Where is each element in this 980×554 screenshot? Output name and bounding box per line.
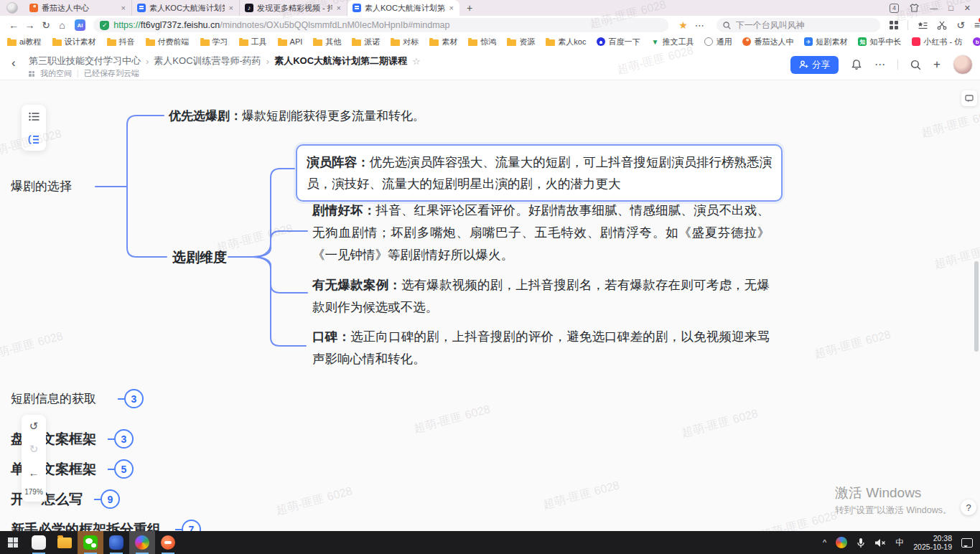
child-count-badge[interactable]: 3 <box>114 429 134 449</box>
doc-more-icon[interactable]: ⋯ <box>874 58 885 71</box>
redo-icon[interactable]: ↻ <box>22 438 46 461</box>
tab-close-icon[interactable]: × <box>449 4 454 12</box>
forward-icon[interactable]: → <box>22 19 37 31</box>
bookmark-folder[interactable]: 素材 <box>429 37 457 47</box>
tab-douyin-search[interactable]: ♪ 发现更多精彩视频 - 抖音搜索 × <box>240 0 347 16</box>
history-icon[interactable]: ↺ <box>956 19 965 31</box>
bookmark-link[interactable]: ▼推文工具 <box>650 37 694 47</box>
bookmark-folder[interactable]: 付费前端 <box>146 37 190 47</box>
tab-close-icon[interactable]: × <box>228 4 234 12</box>
bookmark-folder[interactable]: 学习 <box>200 37 228 47</box>
bookmark-link[interactable]: 通用 <box>704 37 732 47</box>
mindmap-node-reputation[interactable]: 口碑：选正向口碑的剧，上抖音搜剧的评价，避免选口碑差的剧，以免视频迎来骂声影响心… <box>312 326 770 370</box>
theme-skin-icon[interactable] <box>910 4 919 12</box>
more-options-icon[interactable]: ⋯ <box>695 20 705 31</box>
tray-browser-icon[interactable] <box>836 537 847 548</box>
bookmark-star-icon[interactable]: ★ <box>678 19 688 31</box>
child-count-badge[interactable]: 5 <box>114 459 134 479</box>
volume-muted-icon[interactable] <box>874 538 886 548</box>
bookmark-folder[interactable]: ai教程 <box>7 37 42 47</box>
window-close-button[interactable]: ✕ <box>964 4 971 13</box>
mindmap-root-node[interactable]: 爆剧的选择 <box>11 178 72 194</box>
mindmap-view-button[interactable] <box>22 128 46 151</box>
taskbar-clock[interactable]: 20:382025-10-19 <box>913 534 952 551</box>
bookmark-folder[interactable]: 对标 <box>391 37 419 47</box>
mindmap-node-plot[interactable]: 剧情好坏：抖音、红果评论区看评价。好剧情故事细腻、情感细腻、演员不出戏、无狗血剧… <box>312 199 770 266</box>
mindmap-canvas[interactable]: 爆剧的选择 优先选爆剧：爆款短剧能获得更多流量和转化。 选剧维度 演员阵容：优先… <box>0 80 980 531</box>
mindmap-node-hit-case[interactable]: 有无爆款案例：选有爆款视频的剧，上抖音搜剧名，若有爆款存在则可考虑，无爆款则作为… <box>312 274 770 319</box>
tab-koc-doc-1[interactable]: 素人KOC大航海计划第二期课 × <box>132 0 240 16</box>
apps-grid-icon[interactable] <box>890 21 898 29</box>
doc-search-icon[interactable] <box>910 60 921 70</box>
share-button[interactable]: 分享 <box>790 56 839 74</box>
screenshot-scissors-icon[interactable] <box>937 21 947 30</box>
bookmark-baidu[interactable]: 百度一下 <box>597 37 640 47</box>
bookmark-folder[interactable]: 其他 <box>313 37 341 47</box>
tab-close-icon[interactable]: × <box>336 4 342 12</box>
reload-icon[interactable]: ↻ <box>38 19 54 31</box>
breadcrumb-item[interactable]: 第三职业技能交付学习中心 <box>29 55 141 67</box>
microphone-icon[interactable] <box>857 537 865 548</box>
tray-expand-icon[interactable]: ^ <box>823 538 826 547</box>
taskbar-app-red[interactable] <box>155 531 181 554</box>
bookmark-folder[interactable]: 资源 <box>507 37 535 47</box>
bookmark-folder[interactable]: 素人koc <box>546 37 586 47</box>
back-icon[interactable]: ← <box>6 19 22 31</box>
notification-bell-icon[interactable] <box>851 59 862 70</box>
taskbar-app-search[interactable] <box>26 531 52 554</box>
bookmark-folder[interactable]: 抖音 <box>107 37 135 47</box>
bookmark-folder[interactable]: API <box>278 37 303 46</box>
favorites-list-icon[interactable] <box>918 21 928 30</box>
bookmark-link[interactable]: 知知乎中长 <box>858 37 901 47</box>
start-button[interactable] <box>0 531 26 554</box>
ai-assistant-icon[interactable]: AI <box>75 19 86 31</box>
taskbar-app-blue[interactable] <box>103 531 129 554</box>
bookmark-link[interactable]: 小红书 - 仿 <box>912 37 962 47</box>
child-count-badge[interactable]: 9 <box>101 489 120 509</box>
bookmark-link[interactable]: b未命名文件 <box>973 37 980 47</box>
comment-panel-button[interactable] <box>961 90 977 106</box>
new-tab-button[interactable]: + <box>467 2 472 14</box>
mindmap-collapsed-node[interactable]: 新手必学的框架拆分重组 7 <box>11 520 201 531</box>
ime-indicator[interactable]: 中 <box>895 537 904 549</box>
bookmark-folder[interactable]: 工具 <box>239 37 267 47</box>
browser-profile-avatar[interactable] <box>6 2 18 14</box>
taskbar-app-wechat[interactable] <box>78 531 103 554</box>
mindmap-node-cast-selected[interactable]: 演员阵容：优先选演员阵容强大、流量大的短剧，可上抖音搜短剧演员排行榜熟悉演员，演… <box>296 144 783 202</box>
create-new-icon[interactable]: + <box>933 57 941 72</box>
bookmark-folder[interactable]: 设计素材 <box>52 37 96 47</box>
child-count-badge[interactable]: 7 <box>182 520 201 531</box>
help-button[interactable]: ? <box>961 499 976 515</box>
taskbar-app-explorer[interactable] <box>52 531 78 554</box>
mindmap-node-priority[interactable]: 优先选爆剧：爆款短剧能获得更多流量和转化。 <box>169 108 425 124</box>
favorite-doc-star-icon[interactable]: ☆ <box>412 56 421 67</box>
doc-back-chevron[interactable]: ‹ <box>11 56 16 70</box>
tab-koc-doc-active[interactable]: 素人KOC大航海计划第二期课 × <box>347 0 459 16</box>
taskbar-app-browser[interactable] <box>129 531 155 554</box>
home-icon[interactable]: ⌂ <box>54 19 70 31</box>
mindmap-collapsed-node[interactable]: 短剧信息的获取 3 <box>11 389 144 408</box>
tab-count-badge[interactable]: 4 <box>890 4 899 13</box>
zoom-level[interactable]: 179% <box>24 484 43 502</box>
bookmark-folder[interactable]: 惊鸿 <box>468 37 496 47</box>
maximize-button[interactable]: □ <box>948 4 953 12</box>
outline-list-button[interactable] <box>22 105 46 128</box>
minimize-button[interactable]: — <box>930 4 938 12</box>
canvas-scrollbar[interactable] <box>974 261 979 352</box>
mindmap-node-dimension[interactable]: 选剧维度 <box>172 248 227 267</box>
workspace-label[interactable]: 我的空间 <box>40 68 72 79</box>
undo-icon[interactable]: ↺ <box>22 415 46 438</box>
bookmark-link[interactable]: 番茄达人中 <box>742 37 793 47</box>
child-count-badge[interactable]: 3 <box>124 389 144 408</box>
user-avatar[interactable] <box>953 55 973 75</box>
search-box[interactable]: 下一个台风叫风神 <box>717 18 880 32</box>
tab-tomato-center[interactable]: 番茄达人中心 × <box>24 0 132 16</box>
breadcrumb-item[interactable]: 素人KOC训练营导师-药药 <box>154 55 261 67</box>
main-menu-icon[interactable]: ≡ <box>974 19 980 31</box>
address-bar[interactable]: ✓ https://ft6vgl737z.feishu.cn/mindnotes… <box>93 18 668 32</box>
security-shield-icon[interactable]: ✓ <box>100 21 109 30</box>
locate-root-icon[interactable]: ← <box>22 461 46 484</box>
action-center-icon[interactable] <box>961 538 973 548</box>
tab-close-icon[interactable]: × <box>121 4 126 12</box>
bookmark-folder[interactable]: 派诺 <box>352 37 380 47</box>
